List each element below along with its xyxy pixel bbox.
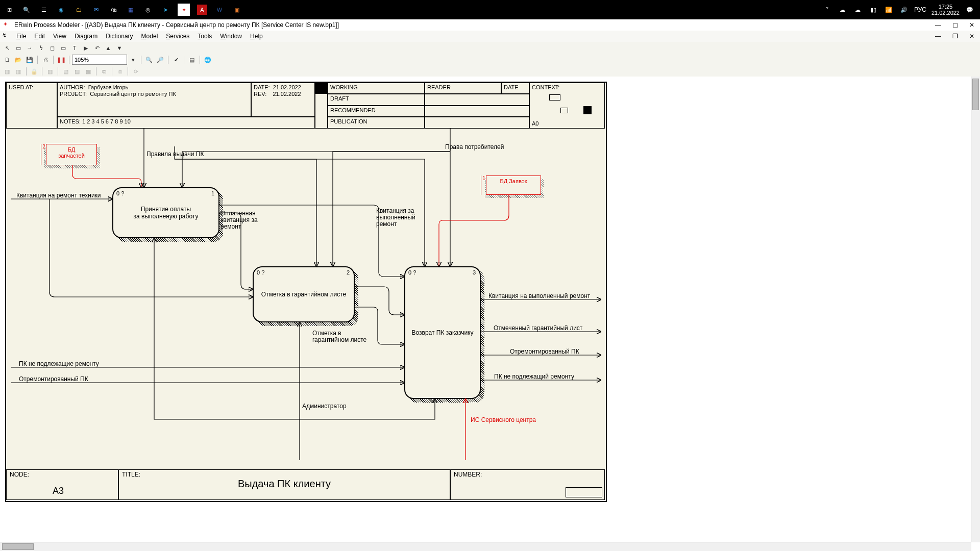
menu-diagram[interactable]: Diagram — [70, 32, 102, 41]
app-icon[interactable]: ▣ — [232, 5, 242, 15]
world-icon[interactable]: 🌐 — [203, 55, 213, 65]
doc-close-button[interactable]: ✕ — [963, 31, 980, 42]
hdr-status-col — [315, 83, 328, 129]
zoom-dropdown-icon[interactable]: ▾ — [128, 55, 138, 65]
hdr-notes: NOTES: 1 2 3 4 5 6 7 8 9 10 — [57, 117, 315, 129]
menu-window[interactable]: Window — [216, 32, 246, 41]
telegram-icon[interactable]: ➤ — [160, 5, 170, 15]
edge-icon[interactable]: ◉ — [56, 5, 66, 15]
doc-minimize-button[interactable]: — — [929, 31, 946, 42]
up-icon[interactable]: ▲ — [103, 43, 113, 53]
hdr-date-block: DATE: 21.02.2022 REV: 21.02.2022 — [251, 83, 315, 117]
report-icon[interactable]: ❚❚ — [56, 55, 66, 65]
word-icon[interactable]: W — [214, 5, 225, 15]
onedrive-icon[interactable]: ☁ — [838, 5, 848, 15]
tool-g-icon: ⧉ — [99, 66, 109, 77]
minimize-button[interactable]: — — [929, 20, 946, 31]
mail-icon[interactable]: ✉ — [91, 5, 101, 15]
menu-edit[interactable]: Edit — [30, 32, 49, 41]
save-icon[interactable]: 💾 — [24, 55, 35, 65]
menu-file[interactable]: File — [12, 32, 30, 41]
vertical-scrollbar[interactable] — [971, 77, 980, 542]
datastore-requests[interactable]: БД Заявок — [486, 176, 541, 195]
doc-restore-button[interactable]: ❐ — [946, 31, 963, 42]
weather-icon[interactable]: ☁ — [853, 5, 863, 15]
task-view-icon[interactable]: ☰ — [39, 5, 49, 15]
chrome-icon[interactable]: ◎ — [143, 5, 153, 15]
arrow-tool-icon[interactable]: → — [24, 43, 35, 53]
erwin-icon[interactable]: ✦ — [178, 4, 190, 16]
activity-warranty-label: Отметка в гарантийном листе — [261, 291, 346, 298]
activity-warranty-mark[interactable]: 0 ? 2 Отметка в гарантийном листе — [253, 266, 355, 322]
trigger-tool-icon[interactable]: ϟ — [36, 43, 46, 53]
menu-bar: ↯ File Edit View Diagram Dictionary Mode… — [0, 31, 980, 42]
text-tool-icon[interactable]: T — [69, 43, 80, 53]
junction-tool-icon[interactable]: ◻ — [47, 43, 57, 53]
undo-icon[interactable]: ↶ — [92, 43, 102, 53]
idef0-sheet[interactable]: USED AT: AUTHOR: Гарбузов Игорь PROJECT:… — [5, 82, 607, 502]
tool-h-icon: ⧇ — [115, 66, 125, 77]
check-icon[interactable]: ✔︎ — [171, 55, 181, 65]
new-icon[interactable]: 🗋 — [2, 55, 12, 65]
label-out-pc-rep: Отремонтированный ПК — [510, 348, 579, 355]
maximize-button[interactable]: ▢ — [946, 20, 963, 31]
horizontal-scrollbar[interactable] — [0, 542, 971, 551]
toolbar-standard: 🗋 📂 💾 🖨 ❚❚ ▾ 🔍 🔎 ✔︎ ▤ 🌐 — [0, 53, 980, 67]
menu-services[interactable]: Services — [162, 32, 193, 41]
diagram-canvas[interactable]: USED AT: AUTHOR: Гарбузов Игорь PROJECT:… — [0, 77, 980, 551]
datastore-parts[interactable]: БД запчастей — [46, 144, 97, 165]
hdr-publication: PUBLICATION — [328, 117, 425, 129]
tool-c-icon: ▥ — [45, 66, 55, 77]
label-is: ИС Сервисного центра — [471, 417, 536, 423]
hdr-reader-date: DATE — [501, 83, 529, 94]
nav-right-icon[interactable]: ▶ — [81, 43, 91, 53]
volume-icon[interactable]: 🔊 — [899, 5, 909, 15]
chevron-up-icon[interactable]: ˅ — [822, 5, 832, 15]
tool-d-icon: ▧ — [61, 66, 71, 77]
pointer-tool-icon[interactable]: ↖ — [2, 43, 12, 53]
store-icon[interactable]: 🛍 — [108, 5, 118, 15]
clock[interactable]: 17:25 21.02.2022 — [932, 4, 960, 16]
battery-icon[interactable]: ▮▯ — [868, 5, 878, 15]
open-icon[interactable]: 📂 — [13, 55, 23, 65]
activity-payment[interactable]: 0 ? 1 Принятие оплаты за выполненую рабо… — [112, 187, 219, 238]
acrobat-icon[interactable]: A — [197, 5, 207, 15]
menu-tools[interactable]: Tools — [193, 32, 216, 41]
title-bar: ✦ ERwin Process Modeler - [(A3D) Выдача … — [0, 19, 980, 31]
referent-tool-icon[interactable]: ▭ — [58, 43, 68, 53]
menu-view[interactable]: View — [49, 32, 70, 41]
tool-f-icon: ▩ — [83, 66, 93, 77]
activity-tool-icon[interactable]: ▭ — [13, 43, 23, 53]
notifications-icon[interactable]: 💬 — [965, 5, 975, 15]
hdr-r3 — [425, 106, 529, 117]
zoom-input[interactable] — [72, 55, 127, 65]
app-logo-icon: ✦ — [3, 21, 11, 29]
label-rules: Правила выдачи ПК — [146, 151, 204, 158]
down-icon[interactable]: ▼ — [114, 43, 125, 53]
ftr-node: NODE: A3 — [6, 469, 118, 500]
tool-a-icon: ▥ — [2, 66, 12, 77]
zoom-in-icon[interactable]: 🔍 — [144, 55, 154, 65]
hdr-working: WORKING — [328, 83, 425, 94]
start-icon[interactable]: ⊞ — [4, 5, 14, 15]
wifi-icon[interactable]: 📶 — [884, 5, 894, 15]
label-rights: Права потребителей — [445, 144, 504, 151]
label-mark: Отметка в гарантийном листе — [312, 330, 366, 343]
zoom-out-icon[interactable]: 🔎 — [155, 55, 165, 65]
search-icon[interactable]: 🔍 — [21, 5, 32, 15]
menu-help[interactable]: Help — [246, 32, 267, 41]
close-button[interactable]: ✕ — [963, 20, 980, 31]
menu-dictionary[interactable]: Dictionary — [102, 32, 137, 41]
hdr-author-block: AUTHOR: Гарбузов Игорь PROJECT: Сервисны… — [57, 83, 251, 117]
lang-indicator[interactable]: РУС — [914, 6, 926, 13]
explorer-icon[interactable]: 🗀 — [74, 5, 84, 15]
menu-model[interactable]: Model — [137, 32, 162, 41]
explorer-tool-icon[interactable]: ▤ — [187, 55, 197, 65]
hdr-draft: DRAFT — [328, 94, 425, 106]
activity-return-pc[interactable]: 0 ? 3 Возврат ПК заказчику — [404, 266, 481, 399]
commander-icon[interactable]: ▦ — [126, 5, 136, 15]
hdr-recommended: RECOMMENDED — [328, 106, 425, 117]
hdr-r4 — [425, 117, 529, 129]
tool-b-icon: ▥ — [13, 66, 23, 77]
print-icon[interactable]: 🖨 — [40, 55, 51, 65]
